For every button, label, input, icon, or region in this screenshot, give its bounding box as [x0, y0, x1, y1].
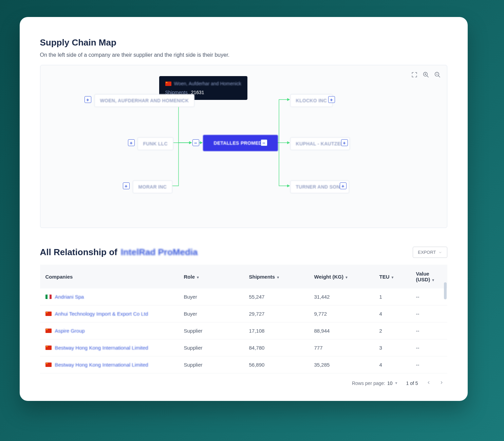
- col-companies[interactable]: Companies: [40, 265, 179, 288]
- company-link[interactable]: Anhui Technology Import & Export Co Ltd: [55, 311, 148, 317]
- expand-buyer-3[interactable]: +: [340, 182, 347, 189]
- rows-per-page-select[interactable]: Rows per page: 10 ▼: [352, 381, 398, 386]
- relationship-title: All Relationship of IntelRad ProMedia: [40, 247, 198, 258]
- company-link[interactable]: Aspire Group: [55, 328, 85, 334]
- company-link[interactable]: Andriani Spa: [55, 294, 84, 300]
- cell-shipments: 84,780: [244, 339, 309, 356]
- export-button[interactable]: EXPORT: [413, 247, 447, 258]
- cell-shipments: 29,727: [244, 305, 309, 322]
- buyer-node[interactable]: KLOCKO INC: [290, 94, 333, 107]
- expand-buyer-1[interactable]: +: [328, 96, 335, 103]
- chevron-down-icon: [438, 250, 442, 254]
- cell-shipments: 56,890: [244, 356, 309, 373]
- cell-teu: 4: [374, 305, 411, 322]
- cell-weight: 31,442: [309, 288, 374, 305]
- cell-teu: 3: [374, 339, 411, 356]
- table-row[interactable]: Bestway Hong Kong International LimitedS…: [40, 356, 447, 373]
- collapse-right[interactable]: −: [261, 139, 267, 146]
- expand-supplier-2[interactable]: +: [128, 139, 135, 146]
- cell-shipments: 55,247: [244, 288, 309, 305]
- main-card: Supply Chain Map On the left side of a c…: [20, 17, 468, 401]
- cell-role: Supplier: [179, 339, 244, 356]
- cell-value: --: [411, 322, 447, 339]
- page-indicator: 1 of 5: [406, 381, 418, 386]
- cell-weight: 777: [309, 339, 374, 356]
- prev-page-button[interactable]: [426, 380, 431, 386]
- china-flag-icon: [45, 363, 52, 367]
- pagination: Rows per page: 10 ▼ 1 of 5: [40, 373, 447, 387]
- col-teu[interactable]: TEU▼: [374, 265, 411, 288]
- expand-supplier-3[interactable]: +: [123, 182, 130, 189]
- rows-per-page-label: Rows per page:: [352, 381, 385, 386]
- cell-teu: 1: [374, 288, 411, 305]
- col-weight[interactable]: Weight (KG)▼: [309, 265, 374, 288]
- scrollbar-thumb[interactable]: [444, 282, 447, 299]
- tooltip-company: Woen, Aufderhar and Homenick: [174, 81, 241, 86]
- cell-teu: 2: [374, 322, 411, 339]
- supply-chain-map[interactable]: Woen, Aufderhar and Homenick Shipments 2…: [40, 65, 447, 228]
- table-row[interactable]: Andriani SpaBuyer55,24731,4421--: [40, 288, 447, 305]
- china-flag-icon: [45, 312, 52, 316]
- supply-chain-title: Supply Chain Map: [40, 37, 447, 48]
- china-flag-icon: [45, 346, 52, 350]
- relationship-company: IntelRad ProMedia: [121, 247, 198, 258]
- supplier-node[interactable]: FUNK LLC: [137, 137, 173, 150]
- china-flag-icon: [165, 82, 171, 86]
- col-role[interactable]: Role▼: [179, 265, 244, 288]
- map-canvas[interactable]: Woen, Aufderhar and Homenick Shipments 2…: [40, 65, 447, 228]
- table-row[interactable]: Aspire GroupSupplier17,10888,9442--: [40, 322, 447, 339]
- cell-value: --: [411, 356, 447, 373]
- relationship-table: Companies Role▼ Shipments▼ Weight (KG)▼ …: [40, 265, 447, 373]
- cell-weight: 88,944: [309, 322, 374, 339]
- relationship-title-prefix: All Relationship of: [40, 247, 117, 258]
- expand-buyer-2[interactable]: +: [341, 139, 348, 146]
- cell-value: --: [411, 288, 447, 305]
- company-link[interactable]: Bestway Hong Kong International Limited: [55, 345, 148, 351]
- expand-supplier-1[interactable]: +: [85, 96, 91, 103]
- next-page-button[interactable]: [439, 380, 444, 386]
- table-row[interactable]: Anhui Technology Import & Export Co LtdB…: [40, 305, 447, 322]
- cell-weight: 9,772: [309, 305, 374, 322]
- table-row[interactable]: Bestway Hong Kong International LimitedS…: [40, 339, 447, 356]
- cell-role: Buyer: [179, 288, 244, 305]
- col-value[interactable]: Value (USD)▼: [411, 265, 447, 288]
- cell-teu: 4: [374, 356, 411, 373]
- col-shipments[interactable]: Shipments▼: [244, 265, 309, 288]
- cell-role: Supplier: [179, 356, 244, 373]
- supplier-node[interactable]: WOEN, AUFDERHAR AND HOMENICK: [94, 94, 195, 107]
- cell-role: Buyer: [179, 305, 244, 322]
- cell-value: --: [411, 305, 447, 322]
- cell-value: --: [411, 339, 447, 356]
- italy-flag-icon: [45, 295, 52, 299]
- cell-weight: 35,285: [309, 356, 374, 373]
- company-link[interactable]: Bestway Hong Kong International Limited: [55, 362, 148, 368]
- supplier-node[interactable]: MORAR INC: [133, 180, 173, 193]
- caret-down-icon: ▼: [395, 381, 398, 385]
- supply-chain-subtitle: On the left side of a company are their …: [40, 52, 447, 58]
- rows-per-page-value: 10: [387, 381, 393, 386]
- cell-shipments: 17,108: [244, 322, 309, 339]
- collapse-left[interactable]: −: [192, 139, 199, 146]
- cell-role: Supplier: [179, 322, 244, 339]
- china-flag-icon: [45, 329, 52, 333]
- export-label: EXPORT: [418, 250, 436, 255]
